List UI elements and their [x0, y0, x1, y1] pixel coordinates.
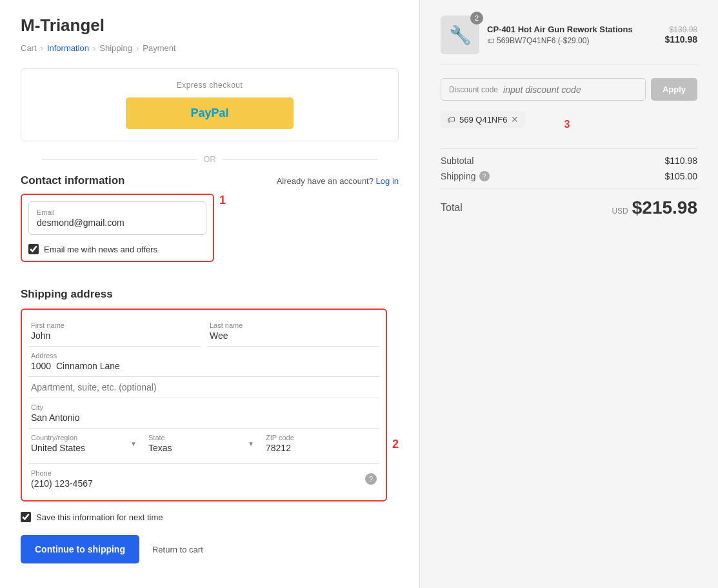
country-select[interactable]: United States [31, 443, 137, 453]
coupon-code: 569 Q41NF6 [459, 115, 507, 125]
last-name-label: Last name [210, 321, 377, 329]
country-label: Country/region [31, 434, 137, 441]
email-label: Email [37, 208, 198, 216]
tag-icon: 🏷 [487, 37, 494, 45]
last-name-input[interactable] [210, 330, 377, 341]
total-label: Total [441, 202, 463, 214]
subtotal-label: Subtotal [441, 156, 474, 166]
total-value-wrap: USD $215.98 [612, 198, 697, 218]
email-field-container: Email [28, 201, 206, 235]
or-divider: OR [21, 154, 399, 164]
price-original: $139.98 [664, 25, 697, 34]
save-row: Save this information for next time [21, 512, 399, 522]
city-label: City [31, 403, 377, 411]
store-name: M-Triangel [21, 15, 399, 35]
shipping-title: Shipping address [21, 288, 399, 301]
zip-input[interactable] [266, 443, 377, 453]
product-name: CP-401 Hot Air Gun Rework Stations [487, 25, 657, 34]
coupon-tag: 🏷 569 Q41NF6 ✕ [441, 111, 525, 128]
zip-label: ZIP code [266, 434, 377, 441]
region-row: Country/region United States ▼ State Tex… [28, 429, 379, 464]
phone-row: Phone ? [28, 464, 379, 494]
zip-group: ZIP code [263, 429, 379, 458]
breadcrumb: Cart › Information › Shipping › Payment [21, 43, 399, 53]
coupon-tag-row: 🏷 569 Q41NF6 ✕ 3 [441, 111, 697, 138]
breadcrumb-payment[interactable]: Payment [143, 43, 175, 53]
breadcrumb-information[interactable]: Information [47, 43, 89, 53]
discount-row: Discount code Apply [441, 78, 697, 101]
return-to-cart-link[interactable]: Return to cart [152, 545, 203, 554]
product-img-icon: 🔧 [449, 25, 472, 46]
breadcrumb-sep-2: › [93, 43, 95, 53]
total-amount: $215.98 [632, 198, 697, 218]
price-current: $110.98 [664, 34, 697, 45]
state-wrapper: State Texas ▼ [146, 429, 257, 458]
save-info-checkbox[interactable] [21, 512, 31, 522]
contact-box: Email Email me with news and offers [21, 194, 214, 262]
contact-header: Contact information Already have an acco… [21, 174, 399, 187]
product-variant: 🏷 569BW7Q41NF6 (-$29.00) [487, 36, 657, 45]
state-label: State [148, 434, 254, 441]
annotation-1: 1 [219, 194, 226, 207]
address-input[interactable] [31, 361, 377, 371]
shipping-label: Shipping ? [441, 171, 490, 181]
continue-button[interactable]: Continue to shipping [21, 535, 139, 563]
phone-label: Phone [31, 469, 365, 477]
summary-divider [441, 148, 697, 149]
apply-button[interactable]: Apply [651, 78, 697, 101]
subtotal-value: $110.98 [664, 156, 697, 166]
last-name-group: Last name [207, 316, 379, 347]
city-input[interactable] [31, 412, 377, 423]
product-image: 2 🔧 [441, 15, 479, 54]
product-badge: 2 [470, 12, 483, 25]
express-checkout-section: Express checkout PayPal [21, 68, 399, 141]
breadcrumb-sep-3: › [136, 43, 139, 53]
shipping-box: First name Last name Address [21, 309, 387, 502]
discount-input-wrap: Discount code [441, 78, 646, 101]
total-divider [441, 188, 697, 188]
action-row: Continue to shipping Return to cart [21, 535, 399, 563]
first-name-label: First name [31, 321, 198, 329]
total-currency: USD [612, 207, 628, 216]
express-checkout-title: Express checkout [34, 81, 385, 90]
first-name-input[interactable] [31, 330, 198, 341]
newsletter-row: Email me with news and offers [25, 239, 210, 258]
breadcrumb-cart[interactable]: Cart [21, 43, 37, 53]
shipping-help-icon[interactable]: ? [479, 171, 490, 181]
total-line: Total USD $215.98 [441, 198, 697, 218]
coupon-annotation: 3 [564, 119, 570, 130]
shipping-value: $105.00 [664, 171, 697, 181]
paypal-logo: PayPal [190, 106, 228, 120]
product-info: CP-401 Hot Air Gun Rework Stations 🏷 569… [487, 25, 657, 45]
state-select[interactable]: Texas [148, 443, 254, 453]
breadcrumb-shipping[interactable]: Shipping [99, 43, 132, 53]
paypal-button[interactable]: PayPal [126, 97, 294, 129]
coupon-close-button[interactable]: ✕ [511, 114, 519, 125]
address-label: Address [31, 352, 377, 360]
newsletter-checkbox[interactable] [28, 244, 39, 254]
login-prompt: Already have an account? Log in [277, 176, 399, 186]
phone-input[interactable] [31, 478, 365, 489]
coupon-tag-icon: 🏷 [447, 115, 455, 125]
country-wrapper: Country/region United States ▼ [28, 429, 139, 458]
subtotal-line: Subtotal $110.98 [441, 156, 697, 166]
shipping-line: Shipping ? $105.00 [441, 171, 697, 181]
product-prices: $139.98 $110.98 [664, 25, 697, 45]
newsletter-label: Email me with news and offers [44, 245, 157, 254]
login-link[interactable]: Log in [376, 176, 399, 186]
email-input[interactable] [37, 218, 198, 228]
discount-input[interactable] [503, 85, 637, 95]
breadcrumb-sep-1: › [41, 43, 43, 53]
save-info-label: Save this information for next time [36, 512, 163, 522]
discount-label: Discount code [449, 85, 498, 94]
apt-input[interactable] [31, 382, 377, 392]
product-row: 2 🔧 CP-401 Hot Air Gun Rework Stations 🏷… [441, 15, 697, 65]
contact-title: Contact information [21, 174, 125, 187]
annotation-2: 2 [392, 438, 399, 451]
phone-help-icon[interactable]: ? [365, 473, 377, 485]
city-group: City [28, 398, 379, 429]
first-name-group: First name [28, 316, 201, 347]
apt-group [28, 377, 379, 398]
name-row: First name Last name [28, 316, 379, 347]
country-group: Country/region United States [28, 429, 139, 458]
